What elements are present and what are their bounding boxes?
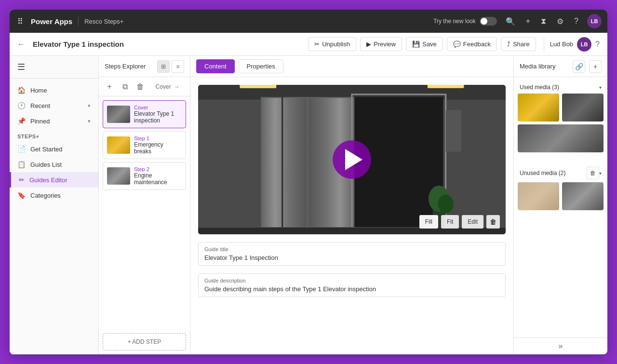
media-item-1[interactable]	[518, 94, 559, 121]
guide-description-label: Guide description	[204, 278, 499, 283]
grid-view-btn[interactable]: ⊞	[157, 60, 170, 73]
user-avatar[interactable]: LB	[587, 14, 602, 28]
right-panel: Media library 🔗 + Used media (3) ▾	[513, 56, 607, 354]
search-icon[interactable]: 🔍	[504, 15, 517, 28]
tab-content[interactable]: Content	[196, 59, 235, 73]
unused-media-collapse[interactable]: ▾	[599, 171, 602, 176]
sidebar-item-get-started[interactable]: 📄 Get Started	[10, 141, 98, 157]
add-icon[interactable]: +	[524, 15, 532, 27]
back-button[interactable]: ←	[17, 40, 25, 49]
sidebar-label-guides-editor: Guides Editor	[29, 176, 67, 184]
video-controls: Fill Fit Edit 🗑	[419, 215, 500, 229]
add-step-toolbar-btn[interactable]: +	[103, 80, 116, 94]
secondary-navigation: ← Elevator Type 1 inspection ✂ Unpublish…	[10, 33, 607, 56]
sidebar-nav: 🏠 Home 🕐 Recent ▾ 📌 Pinned ▾ Steps+ 📄 Ge…	[10, 79, 98, 207]
media-item-3[interactable]	[518, 124, 604, 152]
breadcrumb-label: Cover	[155, 83, 171, 90]
unused-media-header: Unused media (2) 🗑 ▾	[518, 164, 604, 182]
unused-media-grid	[518, 182, 604, 210]
media-library-title: Media library	[520, 63, 569, 70]
play-button[interactable]	[333, 140, 371, 179]
tab-properties[interactable]: Properties	[239, 59, 283, 73]
sidebar-label-recent: Recent	[30, 102, 50, 109]
play-icon	[345, 149, 362, 170]
guides-editor-icon: ✏	[19, 176, 25, 184]
media-item-4[interactable]	[518, 182, 559, 210]
sidebar-label-guides-list: Guides List	[30, 161, 62, 168]
top-nav-right: Try the new look 🔍 + ⧗ ⚙ ? LB	[433, 14, 602, 28]
breadcrumb-arrow: →	[174, 83, 180, 90]
pinned-expand-icon: ▾	[88, 118, 91, 124]
try-new-look-label: Try the new look	[433, 18, 476, 25]
steps-panel-header: Steps Explorer ⊞ ≡	[99, 56, 190, 77]
step-card-2[interactable]: Step 2 Engine maintenance	[103, 162, 186, 190]
preview-button[interactable]: ▶ Preview	[360, 37, 402, 51]
step-thumb-cover	[107, 106, 130, 123]
sidebar-section-steps: Steps+	[10, 129, 98, 141]
feedback-button[interactable]: 💬 Feedback	[447, 37, 497, 51]
app-subtitle: Resco Steps+	[84, 18, 123, 25]
copy-step-btn[interactable]: ⧉	[118, 80, 132, 94]
step-label-2: Step 2	[134, 166, 182, 172]
fit-btn[interactable]: Fit	[441, 215, 459, 229]
secondary-user-avatar[interactable]: LB	[577, 37, 591, 52]
sidebar-item-categories[interactable]: 🔖 Categories	[10, 188, 98, 203]
panel-collapse-btn[interactable]: »	[514, 337, 607, 354]
guide-description-field: Guide description	[198, 273, 506, 297]
guide-title-label: Guide title	[204, 246, 499, 252]
guide-title-field: Guide title	[198, 242, 506, 266]
edit-btn[interactable]: Edit	[462, 215, 483, 229]
unpublish-button[interactable]: ✂ Unpublish	[308, 37, 356, 51]
secondary-help-icon[interactable]: ?	[595, 40, 600, 49]
sidebar-item-guides-list[interactable]: 📋 Guides List	[10, 157, 98, 172]
share-button[interactable]: ⤴ Share	[501, 37, 536, 51]
hamburger-icon[interactable]: ☰	[17, 62, 25, 72]
sidebar-label-pinned: Pinned	[30, 118, 50, 125]
list-view-btn[interactable]: ≡	[172, 60, 184, 73]
step-name-1: Emergency breaks	[134, 141, 182, 155]
save-button[interactable]: 💾 Save	[406, 37, 443, 51]
media-item-2[interactable]	[562, 94, 604, 121]
steps-panel: Steps Explorer ⊞ ≡ + ⧉ 🗑 Cover →	[99, 56, 190, 354]
media-add-btn[interactable]: +	[589, 60, 602, 73]
sidebar-item-guides-editor[interactable]: ✏ Guides Editor	[10, 172, 98, 188]
delete-step-btn[interactable]: 🗑	[134, 80, 147, 94]
steps-list: Cover Elevator Type 1 inspection Step 1 …	[99, 96, 190, 329]
page-title: Elevator Type 1 inspection	[33, 40, 124, 48]
sidebar-item-home[interactable]: 🏠 Home	[10, 82, 98, 98]
home-icon: 🏠	[17, 86, 26, 94]
preview-icon: ▶	[366, 40, 371, 48]
guide-description-input[interactable]	[204, 285, 499, 293]
settings-icon[interactable]: ⚙	[555, 15, 565, 28]
guide-title-input[interactable]	[204, 254, 499, 261]
share-icon: ⤴	[507, 40, 510, 48]
delete-unused-btn[interactable]: 🗑	[587, 167, 599, 179]
media-library-header: Media library 🔗 +	[514, 56, 607, 77]
delete-video-btn[interactable]: 🗑	[486, 215, 500, 229]
fill-btn[interactable]: Fill	[419, 215, 438, 229]
secondary-user-section: Lud Bob LB ?	[544, 37, 600, 52]
sidebar-item-pinned[interactable]: 📌 Pinned ▾	[10, 113, 98, 129]
waffle-icon[interactable]: ⠿	[15, 15, 25, 28]
content-area: Steps Explorer ⊞ ≡ + ⧉ 🗑 Cover →	[99, 56, 607, 354]
step-info-2: Step 2 Engine maintenance	[134, 166, 182, 186]
step-card-cover[interactable]: Cover Elevator Type 1 inspection	[103, 100, 186, 128]
new-look-toggle[interactable]	[480, 17, 497, 26]
view-toggle: ⊞ ≡	[157, 60, 184, 73]
step-card-1[interactable]: Step 1 Emergency breaks	[103, 131, 186, 159]
video-container: Fill Fit Edit 🗑	[198, 85, 506, 234]
step-label-1: Step 1	[134, 135, 182, 141]
step-thumb-2	[107, 167, 130, 185]
steps-breadcrumb: Cover →	[149, 83, 186, 90]
sidebar-item-recent[interactable]: 🕐 Recent ▾	[10, 98, 98, 113]
used-media-collapse[interactable]: ▾	[599, 85, 602, 90]
step-info-1: Step 1 Emergency breaks	[134, 135, 182, 155]
media-item-5[interactable]	[562, 182, 604, 210]
media-link-btn[interactable]: 🔗	[573, 60, 585, 73]
help-icon[interactable]: ?	[572, 15, 580, 27]
steps-toolbar: + ⧉ 🗑 Cover →	[99, 77, 190, 96]
editor-area: Content Properties	[190, 56, 513, 354]
add-step-button[interactable]: + ADD STEP	[103, 333, 186, 351]
filter-icon[interactable]: ⧗	[539, 15, 548, 27]
used-media-header[interactable]: Used media (3) ▾	[518, 81, 604, 94]
